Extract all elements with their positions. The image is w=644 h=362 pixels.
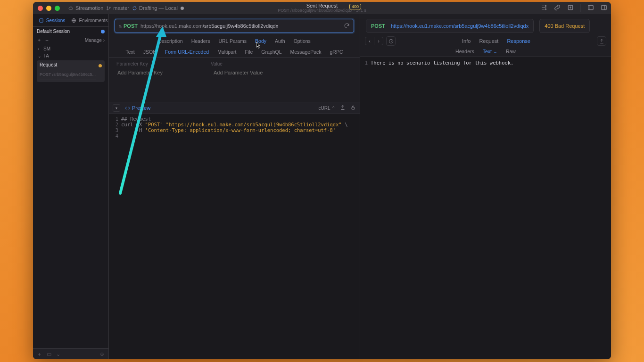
status-badge: 400 — [349, 4, 361, 9]
app-window: Streamotion master Drafting — Local Sent… — [33, 2, 611, 359]
tab-url-params[interactable]: URL Params — [218, 38, 247, 44]
body-multipart[interactable]: Multipart — [217, 49, 236, 55]
request-tabs: Description Headers URL Params Body Auth… — [109, 36, 360, 47]
code-preview[interactable]: 1## Request 2curl -X "POST" "https://hoo… — [109, 114, 360, 359]
chevron-right-icon: › — [38, 47, 41, 51]
tab-environments-label: Environments — [79, 18, 107, 23]
tab-options[interactable]: Options — [294, 38, 311, 44]
copy-button[interactable] — [340, 105, 346, 111]
branch-selector[interactable]: master — [106, 5, 129, 11]
svg-point-4 — [545, 8, 546, 9]
refresh-icon — [344, 23, 350, 29]
sidebar-footer: ＋ ▭ ⌄ ☺ — [33, 348, 108, 359]
url-bar[interactable]: ⇅POST https://hook.eu1.make.com/srb5acgu… — [115, 19, 354, 33]
lock-icon — [350, 105, 356, 110]
sidebar: Sessions Environments Default Session ＋ … — [33, 14, 109, 359]
response-status: 400 Bad Request — [539, 19, 590, 33]
body-json[interactable]: JSON — [143, 49, 157, 55]
param-key-input[interactable] — [116, 69, 213, 76]
export-response-button[interactable] — [597, 36, 606, 46]
export-format-selector[interactable]: cURL ⌃ — [319, 106, 335, 111]
panel-left-icon[interactable] — [587, 4, 594, 11]
resp-tab-request[interactable]: Request — [479, 38, 498, 44]
body-graphql[interactable]: GraphQL — [261, 49, 281, 55]
add-button[interactable]: ＋ — [37, 37, 41, 42]
svg-point-0 — [107, 6, 108, 7]
preview-label[interactable]: Preview — [125, 105, 150, 111]
toolbar-right — [541, 4, 607, 12]
settings-icon[interactable] — [541, 4, 547, 11]
lock-button[interactable] — [350, 105, 356, 111]
response-method: POST — [371, 23, 385, 29]
resp-sub-headers[interactable]: Headers — [455, 49, 474, 54]
request-title: Request — [40, 62, 57, 67]
response-pane: POST https://hook.eu1.make.com/srb5acgul… — [360, 14, 611, 359]
footer-filter-button[interactable]: ⌄ — [56, 351, 60, 357]
tab-environments[interactable]: Environments — [71, 18, 108, 23]
export-icon[interactable] — [567, 4, 574, 11]
history-button[interactable] — [386, 36, 396, 46]
tab-description[interactable]: Description — [158, 38, 183, 44]
body-messagepack[interactable]: MessagePack — [290, 49, 322, 55]
export-icon — [599, 39, 604, 44]
folder-ta[interactable]: ⌄ TA — [35, 52, 107, 59]
workspace-selector[interactable]: Streamotion — [68, 5, 103, 11]
body-grpc[interactable]: gRPC — [330, 49, 343, 55]
session-name: Default Session — [37, 29, 70, 34]
link-icon[interactable] — [554, 4, 561, 11]
param-value-input[interactable] — [213, 69, 280, 76]
remove-button[interactable]: – — [46, 37, 49, 42]
footer-add-button[interactable]: ＋ — [37, 351, 42, 358]
folder-label: SM — [43, 46, 50, 51]
environment-dot[interactable] — [101, 30, 105, 33]
folder-sm[interactable]: › SM — [35, 45, 107, 52]
resp-tab-response[interactable]: Response — [507, 38, 530, 44]
resp-sub-raw[interactable]: Raw — [506, 49, 516, 54]
collapse-toggle[interactable]: ▾ — [113, 104, 120, 112]
column-key: Parameter Key — [116, 61, 211, 66]
response-toolbar: ‹ › Info Request Response — [360, 36, 611, 46]
window-controls — [38, 6, 60, 11]
resp-sub-text[interactable]: Text ⌄ — [483, 49, 497, 54]
tab-sessions-label: Sessions — [46, 18, 66, 23]
footer-smiley-icon[interactable]: ☺ — [99, 351, 105, 357]
manage-link[interactable]: Manage › — [85, 38, 105, 43]
footer-new-folder-button[interactable]: ▭ — [47, 351, 51, 357]
body-file[interactable]: File — [245, 49, 253, 55]
sync-label: Drafting — Local — [139, 5, 178, 11]
request-status-dot — [99, 64, 102, 67]
body-form[interactable]: Form URL-Encoded — [165, 49, 209, 55]
sessions-icon — [39, 18, 44, 23]
tab-sessions[interactable]: Sessions — [33, 18, 71, 23]
sync-status[interactable]: Drafting — Local — [132, 5, 178, 11]
clock-icon — [388, 39, 394, 44]
panel-right-icon[interactable] — [601, 4, 607, 11]
svg-rect-10 — [352, 107, 355, 110]
unsaved-indicator — [181, 7, 184, 10]
body-text[interactable]: Text — [125, 49, 134, 55]
response-url-bar: POST https://hook.eu1.make.com/srb5acgul… — [366, 19, 534, 33]
svg-rect-6 — [588, 5, 594, 9]
history-next-button[interactable]: › — [374, 37, 383, 45]
tab-auth[interactable]: Auth — [275, 38, 285, 44]
column-value: Value — [211, 61, 223, 66]
environments-icon — [71, 18, 76, 23]
form-params: Parameter Key Value — [109, 58, 360, 102]
http-method-selector[interactable]: ⇅POST — [119, 23, 138, 29]
history-prev-button[interactable]: ‹ — [365, 37, 374, 45]
request-subtitle: POST /srb5acgulj9w4b86c5... — [40, 69, 96, 80]
close-window-button[interactable] — [38, 6, 43, 11]
titlebar: Streamotion master Drafting — Local Sent… — [33, 2, 611, 14]
url-field[interactable]: https://hook.eu1.make.com/srb5acgulj9w4b… — [140, 23, 278, 29]
folder-label: TA — [43, 53, 49, 58]
zoom-window-button[interactable] — [55, 6, 60, 11]
minimize-window-button[interactable] — [46, 6, 51, 11]
workspace-name: Streamotion — [75, 5, 103, 11]
send-button[interactable] — [344, 23, 350, 30]
tab-body[interactable]: Body — [255, 38, 266, 44]
tab-headers[interactable]: Headers — [191, 38, 210, 44]
sidebar-request-item[interactable]: Request POST /srb5acgulj9w4b86c5... — [37, 60, 105, 82]
response-body[interactable]: 1There is no scenario listening for this… — [360, 57, 611, 359]
resp-tab-info[interactable]: Info — [462, 38, 471, 44]
svg-rect-8 — [40, 18, 43, 22]
